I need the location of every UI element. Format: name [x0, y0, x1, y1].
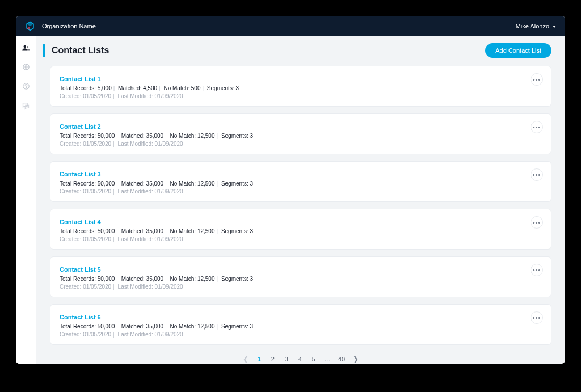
contact-list-title[interactable]: Contact List 6	[60, 314, 101, 321]
contact-list-card: Contact List 2 Total Records: 50,000| Ma…	[50, 113, 551, 154]
contact-list-card: Contact List 6 Total Records: 50,000| Ma…	[50, 304, 551, 345]
contact-list-meta: Created: 01/05/2020| Last Modified: 01/0…	[60, 93, 542, 99]
org-name[interactable]: Organization Name	[42, 23, 96, 29]
contact-list-stats: Total Records: 5,000| Matched: 4,500| No…	[60, 85, 542, 91]
title-bar: Contact Lists	[43, 44, 109, 57]
body: Contact Lists Add Contact List Contact L…	[16, 36, 565, 364]
contact-list-card: Contact List 4 Total Records: 50,000| Ma…	[50, 209, 551, 250]
contact-list-title[interactable]: Contact List 1	[60, 75, 101, 82]
ellipsis-icon: •••	[533, 171, 541, 178]
user-menu[interactable]: Mike Alonzo	[516, 23, 556, 29]
contact-list-title[interactable]: Contact List 5	[60, 266, 101, 273]
main-content: Contact Lists Add Contact List Contact L…	[36, 36, 565, 364]
contact-list-title[interactable]: Contact List 3	[60, 171, 101, 178]
sidebar-item-help[interactable]	[22, 82, 31, 91]
pagination-page[interactable]: 2	[270, 356, 276, 363]
sidebar-item-chat[interactable]	[22, 101, 31, 110]
contact-list-title[interactable]: Contact List 4	[60, 218, 101, 225]
sidebar	[16, 36, 36, 364]
contact-list-meta: Created: 01/05/2020| Last Modified: 01/0…	[60, 141, 542, 147]
pagination-page[interactable]: 4	[297, 356, 303, 363]
title-row: Contact Lists Add Contact List	[36, 36, 565, 66]
svg-point-4	[26, 87, 26, 88]
contact-list-meta: Created: 01/05/2020| Last Modified: 01/0…	[60, 188, 542, 195]
more-actions-button[interactable]: •••	[531, 216, 543, 229]
contact-list-card: Contact List 1 Total Records: 5,000| Mat…	[50, 66, 551, 107]
user-name: Mike Alonzo	[516, 23, 549, 29]
contact-list-meta: Created: 01/05/2020| Last Modified: 01/0…	[60, 331, 542, 338]
contact-list-stats: Total Records: 50,000| Matched: 35,000| …	[60, 323, 542, 330]
pagination-prev[interactable]: ❮	[243, 355, 249, 363]
pagination-page[interactable]: 40	[338, 356, 345, 363]
svg-point-0	[23, 45, 26, 47]
svg-point-1	[27, 46, 28, 48]
contact-list-stats: Total Records: 50,000| Matched: 35,000| …	[60, 276, 542, 282]
sidebar-item-globe[interactable]	[22, 62, 31, 71]
contact-list-meta: Created: 01/05/2020| Last Modified: 01/0…	[60, 236, 542, 242]
header-left: Organization Name	[25, 21, 96, 31]
pagination-page[interactable]: 5	[311, 356, 317, 363]
pagination-next[interactable]: ❯	[353, 355, 359, 363]
more-actions-button[interactable]: •••	[531, 121, 543, 133]
page-title: Contact Lists	[52, 45, 109, 56]
add-contact-list-button[interactable]: Add Contact List	[485, 43, 551, 58]
pagination-ellipsis: ...	[325, 356, 330, 363]
ellipsis-icon: •••	[533, 314, 541, 321]
ellipsis-icon: •••	[533, 76, 541, 83]
title-accent	[43, 44, 45, 57]
contact-list-card: Contact List 5 Total Records: 50,000| Ma…	[50, 256, 551, 297]
pagination-page[interactable]: 1	[256, 356, 262, 363]
contact-lists: Contact List 1 Total Records: 5,000| Mat…	[36, 66, 565, 345]
contact-list-stats: Total Records: 50,000| Matched: 35,000| …	[60, 228, 542, 234]
sidebar-item-contacts[interactable]	[22, 43, 31, 52]
more-actions-button[interactable]: •••	[531, 311, 543, 324]
contact-list-stats: Total Records: 50,000| Matched: 35,000| …	[60, 133, 542, 139]
pagination: ❮ 12345...40 ❯	[36, 345, 565, 364]
more-actions-button[interactable]: •••	[531, 264, 543, 276]
more-actions-button[interactable]: •••	[531, 168, 543, 181]
more-actions-button[interactable]: •••	[531, 73, 543, 86]
ellipsis-icon: •••	[533, 124, 541, 130]
pagination-page[interactable]: 3	[284, 356, 289, 363]
contact-list-card: Contact List 3 Total Records: 50,000| Ma…	[50, 161, 551, 202]
header: Organization Name Mike Alonzo	[16, 16, 565, 36]
contact-list-meta: Created: 01/05/2020| Last Modified: 01/0…	[60, 284, 542, 290]
chevron-down-icon	[553, 26, 556, 28]
contact-list-title[interactable]: Contact List 2	[60, 123, 101, 130]
app-logo-icon[interactable]	[25, 21, 35, 31]
app-window: Organization Name Mike Alonzo	[16, 16, 565, 364]
ellipsis-icon: •••	[533, 267, 541, 273]
ellipsis-icon: •••	[533, 219, 541, 226]
contact-list-stats: Total Records: 50,000| Matched: 35,000| …	[60, 180, 542, 187]
